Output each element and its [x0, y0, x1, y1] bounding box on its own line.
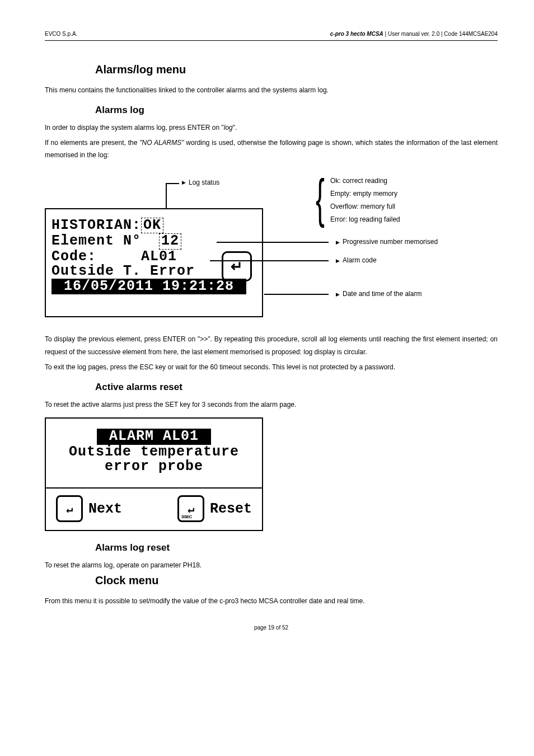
section-title-active-reset: Active alarms reset: [95, 382, 498, 393]
enter-key-icon: ↵: [56, 495, 83, 522]
header-product-name: c-pro 3 hecto MCSA: [330, 31, 383, 37]
reset-button-group: ↵ 3SEC Reset: [177, 495, 252, 522]
next-button-group: ↵ Next: [56, 495, 122, 522]
field-datetime: 16/05/2011 19:21:28: [51, 279, 246, 294]
status-legend: Ok: correct reading Empty: empty memory …: [330, 175, 400, 226]
callout-progressive: Progressive number memorised: [336, 238, 438, 246]
callout-datetime: Date and time of the alarm: [336, 290, 421, 298]
section-title-alarms-log: Alarms log: [95, 105, 498, 116]
paragraph-clock: From this menu it is possible to set/mod…: [45, 595, 498, 608]
section-title-clock-menu: Clock menu: [95, 574, 498, 587]
hold-duration-label: 3SEC: [181, 514, 192, 519]
page-header: EVCO S.p.A. c-pro 3 hecto MCSA | User ma…: [45, 31, 498, 37]
enter-key-icon: ↵: [222, 251, 252, 281]
header-product: c-pro 3 hecto MCSA | User manual ver. 2.…: [330, 31, 498, 37]
enter-arrow-icon: ↵: [66, 502, 73, 516]
lcd-button-row: ↵ Next ↵ 3SEC Reset: [46, 487, 262, 530]
callout-alarm-code: Alarm code: [336, 256, 377, 264]
brace-icon: {: [316, 172, 325, 225]
next-label: Next: [88, 501, 122, 517]
callout-log-status: Log status: [182, 179, 219, 186]
alarm-line-2: error probe: [105, 458, 203, 475]
paragraph-intro: This menu contains the functionalities l…: [45, 84, 498, 97]
diagram-historian-log: Log status { Ok: correct reading Empty: …: [45, 172, 487, 323]
section-title-log-reset: Alarms log reset: [95, 542, 498, 553]
paragraph-log-2: If no elements are present, the "NO ALAR…: [45, 137, 498, 162]
alarm-line-1: Outside temperature: [69, 444, 239, 460]
paragraph-log-reset: To reset the alarms log, operate on para…: [45, 559, 498, 572]
field-log-status: OK: [141, 218, 163, 233]
field-element-number: 12: [159, 233, 181, 249]
status-error: Error: log reading failed: [330, 213, 400, 226]
paragraph-log-4: To exit the log pages, press the ESC key…: [45, 361, 498, 374]
header-company: EVCO S.p.A.: [45, 31, 77, 37]
status-ok: Ok: correct reading: [330, 175, 400, 187]
lcd-screen-alarm: ALARM AL01 Outside temperature error pro…: [45, 417, 263, 531]
header-separator: [45, 40, 498, 41]
enter-hold-arrow-icon: ↵: [188, 502, 194, 516]
header-product-rest: | User manual ver. 2.0 | Code 144MCSAE20…: [383, 31, 498, 37]
alarm-header: ALARM AL01: [97, 429, 211, 444]
hold-key-icon: ↵ 3SEC: [177, 495, 204, 522]
paragraph-active-reset: To reset the active alarms just press th…: [45, 398, 498, 411]
page-footer: page 19 of 52: [45, 624, 498, 631]
status-empty: Empty: empty memory: [330, 187, 400, 200]
field-code: Code: AL01: [51, 248, 177, 265]
status-overflow: Overflow: memory full: [330, 200, 400, 213]
field-error-desc: Outside T. Error: [51, 263, 195, 279]
section-title-alarms-log-menu: Alarms/log menu: [95, 63, 498, 76]
reset-label: Reset: [210, 501, 252, 517]
lcd-screen-historian: HISTORIAN:OK Element N° 12 Code: AL01 Ou…: [45, 208, 263, 317]
paragraph-log-3: To display the previous element, press E…: [45, 333, 498, 359]
paragraph-log-1: In order to display the system alarms lo…: [45, 121, 498, 134]
